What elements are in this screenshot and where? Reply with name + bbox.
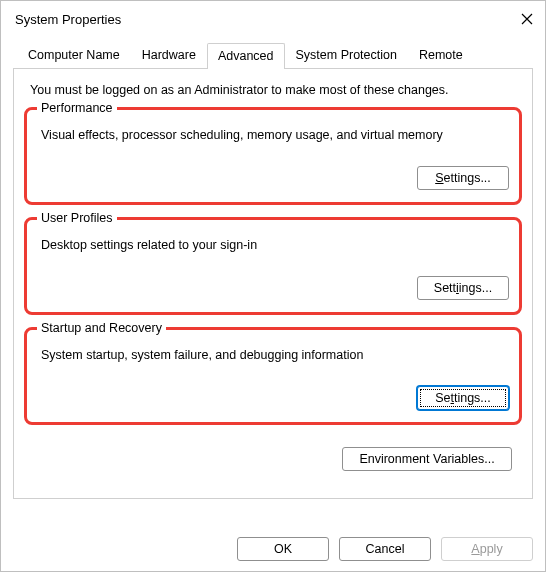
intro-text: You must be logged on as an Administrato… [30, 83, 522, 97]
tab-advanced[interactable]: Advanced [207, 43, 285, 69]
tab-strip: Computer Name Hardware Advanced System P… [13, 41, 533, 69]
tab-computer-name[interactable]: Computer Name [17, 42, 131, 68]
group-startup-recovery: Startup and Recovery System startup, sys… [24, 327, 522, 425]
group-performance: Performance Visual effects, processor sc… [24, 107, 522, 205]
dialog-footer: OK Cancel Apply [237, 537, 533, 561]
tab-panel-advanced: You must be logged on as an Administrato… [13, 69, 533, 499]
group-performance-legend: Performance [37, 101, 117, 115]
tab-remote[interactable]: Remote [408, 42, 474, 68]
startup-recovery-settings-button[interactable]: Settings... [417, 386, 509, 410]
group-user-profiles: User Profiles Desktop settings related t… [24, 217, 522, 315]
user-profiles-settings-button[interactable]: Settiings... [417, 276, 509, 300]
group-user-profiles-desc: Desktop settings related to your sign-in [41, 238, 509, 252]
apply-button[interactable]: Apply [441, 537, 533, 561]
group-performance-desc: Visual effects, processor scheduling, me… [41, 128, 509, 142]
tab-system-protection[interactable]: System Protection [285, 42, 408, 68]
environment-variables-button[interactable]: Environment Variables... [342, 447, 512, 471]
group-user-profiles-legend: User Profiles [37, 211, 117, 225]
group-startup-recovery-desc: System startup, system failure, and debu… [41, 348, 509, 362]
tab-hardware[interactable]: Hardware [131, 42, 207, 68]
titlebar: System Properties [1, 1, 545, 37]
performance-settings-button[interactable]: Settings... [417, 166, 509, 190]
window-title: System Properties [15, 12, 121, 27]
close-icon[interactable] [521, 13, 533, 25]
group-startup-recovery-legend: Startup and Recovery [37, 321, 166, 335]
cancel-button[interactable]: Cancel [339, 537, 431, 561]
ok-button[interactable]: OK [237, 537, 329, 561]
